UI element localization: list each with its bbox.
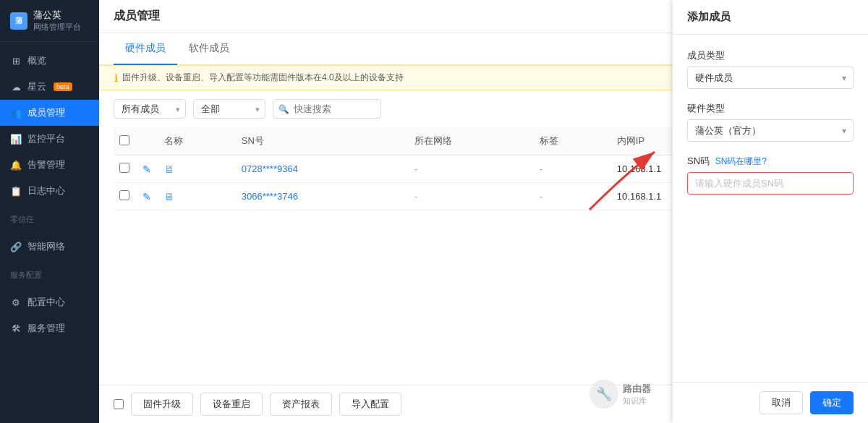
monitor-icon: 📊 (10, 133, 22, 145)
watermark-text: 路由器 知识库 (623, 383, 651, 406)
overview-icon: ⊞ (10, 55, 22, 67)
beta-badge: beta (54, 82, 72, 91)
sidebar-item-overview[interactable]: ⊞ 概览 (0, 48, 99, 74)
sidebar-item-label: 智能网络 (27, 240, 65, 253)
device-icon: 🖥 (164, 163, 174, 175)
sidebar-zero-nav: 🔗 智能网络 (0, 228, 99, 265)
asset-report-button[interactable]: 资产报表 (270, 393, 332, 416)
filter-status-select[interactable]: 全部 (193, 99, 265, 119)
watermark: 🔧 路由器 知识库 (590, 380, 651, 409)
page-title: 成员管理 (114, 9, 160, 24)
right-panel-footer: 取消 确定 (673, 382, 868, 423)
service-icon: 🛠 (10, 322, 22, 334)
search-icon: 🔍 (278, 104, 289, 114)
edit-icon[interactable]: ✎ (142, 163, 151, 175)
tag-value: - (540, 163, 542, 174)
brand-subtitle: 网络管理平台 (33, 22, 81, 33)
sidebar-item-label: 概览 (27, 54, 46, 67)
sn-value[interactable]: 3066****3746 (242, 191, 298, 202)
sidebar-main-nav: ⊞ 概览 ☁ 星云 beta 👥 成员管理 📊 监控平台 🔔 告警管理 📋 日志… (0, 42, 99, 210)
sidebar-item-label: 星云 (27, 80, 46, 93)
sidebar-item-label: 告警管理 (27, 158, 65, 171)
sidebar-item-config-center[interactable]: ⚙ 配置中心 (0, 289, 99, 315)
section-service-title: 服务配置 (0, 265, 99, 283)
sidebar: 蒲 蒲公英 网络管理平台 ⊞ 概览 ☁ 星云 beta 👥 成员管理 📊 监控平… (0, 0, 99, 423)
sn-group: SN码 SN码在哪里? (687, 155, 854, 195)
col-sn: SN号 (236, 127, 409, 155)
hardware-type-select-wrapper: 蒲公英（官方） 其他 (687, 119, 854, 142)
tag-value: - (540, 191, 542, 202)
inner-ip-value: 10.168.1.1 (617, 191, 661, 202)
right-panel-body: 成员类型 硬件成员 软件成员 硬件类型 蒲公英（官方） 其他 (673, 35, 868, 382)
sidebar-item-label: 日志中心 (27, 184, 65, 197)
brand-name: 蒲公英 (33, 9, 81, 22)
sidebar-item-alarm[interactable]: 🔔 告警管理 (0, 152, 99, 178)
hardware-type-select[interactable]: 蒲公英（官方） 其他 (687, 119, 854, 142)
member-icon: 👥 (10, 107, 22, 119)
main-content: 成员管理 硬件成员 软件成员 ℹ 固件升级、设备重启、导入配置等功能需固件版本在… (99, 0, 868, 423)
logo-icon: 蒲 (10, 12, 27, 30)
edit-icon[interactable]: ✎ (142, 191, 151, 202)
sidebar-item-member[interactable]: 👥 成员管理 (0, 100, 99, 126)
sidebar-item-label: 监控平台 (27, 132, 65, 145)
hardware-type-label: 硬件类型 (687, 102, 854, 115)
log-icon: 📋 (10, 185, 22, 197)
row-checkbox[interactable] (119, 190, 129, 200)
sn-value[interactable]: 0728****9364 (242, 163, 298, 174)
watermark-icon: 🔧 (590, 380, 618, 409)
col-name: 名称 (158, 127, 236, 155)
sidebar-item-monitor[interactable]: 📊 监控平台 (0, 126, 99, 152)
tab-hardware[interactable]: 硬件成员 (114, 33, 177, 65)
sidebar-service-nav: ⚙ 配置中心 🛠 服务管理 (0, 283, 99, 347)
sidebar-item-label: 成员管理 (27, 106, 65, 119)
search-wrapper: 🔍 (273, 99, 381, 119)
section-zero-title: 零信任 (0, 210, 99, 228)
filter-status-wrapper: 全部 (193, 99, 265, 119)
device-reset-button[interactable]: 设备重启 (200, 393, 263, 416)
sidebar-logo: 蒲 蒲公英 网络管理平台 (0, 0, 99, 42)
member-type-select[interactable]: 硬件成员 软件成员 (687, 67, 854, 89)
network-value: - (414, 191, 417, 202)
filter-member-wrapper: 所有成员 (114, 99, 186, 119)
member-type-label: 成员类型 (687, 49, 854, 62)
sidebar-item-cloud[interactable]: ☁ 星云 beta (0, 74, 99, 100)
alarm-icon: 🔔 (10, 159, 22, 171)
smart-net-icon: 🔗 (10, 241, 22, 252)
member-type-group: 成员类型 硬件成员 软件成员 (687, 49, 854, 89)
info-icon: ℹ (114, 72, 118, 84)
sidebar-item-log[interactable]: 📋 日志中心 (0, 178, 99, 204)
right-panel: 添加成员 成员类型 硬件成员 软件成员 硬件类型 蒲公英（官方） 其他 (673, 0, 868, 423)
sn-help-link[interactable]: SN码在哪里? (715, 156, 767, 166)
inner-ip-value: 10.168.1.1 (617, 163, 661, 174)
hardware-type-group: 硬件类型 蒲公英（官方） 其他 (687, 102, 854, 142)
filter-member-select[interactable]: 所有成员 (114, 99, 186, 119)
right-panel-title: 添加成员 (673, 0, 868, 35)
sidebar-item-service-mgmt[interactable]: 🛠 服务管理 (0, 315, 99, 341)
sidebar-item-label: 服务管理 (27, 322, 65, 335)
import-config-button[interactable]: 导入配置 (339, 393, 401, 416)
network-value: - (414, 163, 417, 174)
bottom-select-all[interactable] (114, 399, 124, 409)
sidebar-item-label: 配置中心 (27, 296, 65, 309)
cancel-button[interactable]: 取消 (760, 391, 803, 414)
confirm-button[interactable]: 确定 (810, 391, 854, 414)
member-type-select-wrapper: 硬件成员 软件成员 (687, 67, 854, 89)
col-tag: 标签 (534, 127, 611, 155)
row-checkbox[interactable] (119, 163, 129, 173)
tab-software[interactable]: 软件成员 (177, 33, 241, 65)
alert-text: 固件升级、设备重启、导入配置等功能需固件版本在4.0及以上的设备支持 (122, 72, 404, 84)
config-icon: ⚙ (10, 296, 22, 308)
sidebar-item-smart-net[interactable]: 🔗 智能网络 (0, 234, 99, 260)
sn-label: SN码 SN码在哪里? (687, 155, 854, 168)
cloud-icon: ☁ (10, 81, 22, 93)
firmware-upgrade-button[interactable]: 固件升级 (131, 393, 193, 416)
col-network: 所在网络 (409, 127, 534, 155)
select-all-checkbox[interactable] (119, 135, 129, 145)
device-icon: 🖥 (164, 191, 174, 202)
logo-text-group: 蒲公英 网络管理平台 (33, 9, 81, 33)
sn-input[interactable] (687, 172, 854, 195)
col-edit (137, 127, 158, 155)
